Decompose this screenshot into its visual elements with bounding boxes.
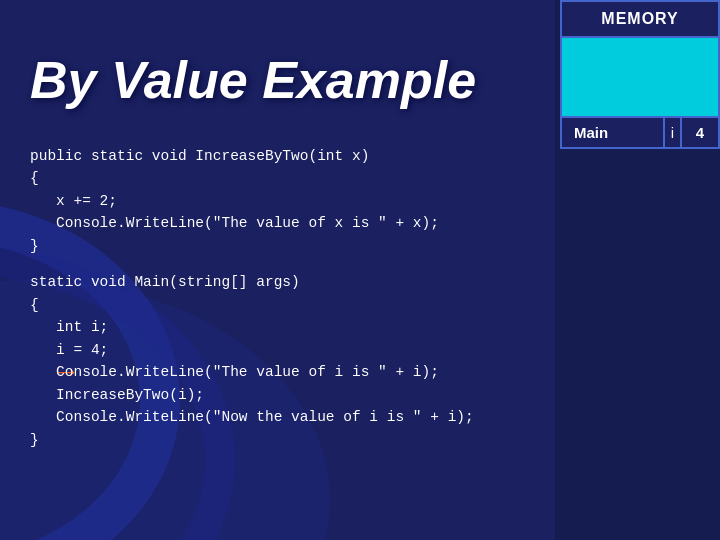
code-line-14: }	[30, 429, 700, 451]
code-line-11: Console.WriteLine("The value of i is " +…	[30, 361, 700, 383]
code-line-4: Console.WriteLine("The value of x is " +…	[30, 212, 700, 234]
memory-row-label: Main	[562, 118, 665, 147]
code-line-5: }	[30, 235, 700, 257]
code-line-3: x += 2;	[30, 190, 700, 212]
code-block: public static void IncreaseByTwo(int x) …	[30, 145, 700, 451]
code-line-7: static void Main(string[] args)	[30, 271, 700, 293]
memory-panel: MEMORY Main i 4	[560, 0, 720, 149]
memory-label: MEMORY	[560, 0, 720, 36]
memory-row-sep: i	[665, 118, 682, 147]
slide-title: By Value Example	[30, 50, 476, 110]
memory-row-value: 4	[682, 118, 718, 147]
code-line-9: int i;	[30, 316, 700, 338]
code-line-1: public static void IncreaseByTwo(int x)	[30, 145, 700, 167]
code-line-12: IncreaseByTwo(i);	[30, 384, 700, 406]
code-line-10: i = 4;	[30, 339, 700, 361]
code-line-2: {	[30, 167, 700, 189]
code-line-13: Console.WriteLine("Now the value of i is…	[30, 406, 700, 428]
code-line-8: {	[30, 294, 700, 316]
code-gap	[30, 257, 700, 271]
memory-box	[560, 36, 720, 116]
